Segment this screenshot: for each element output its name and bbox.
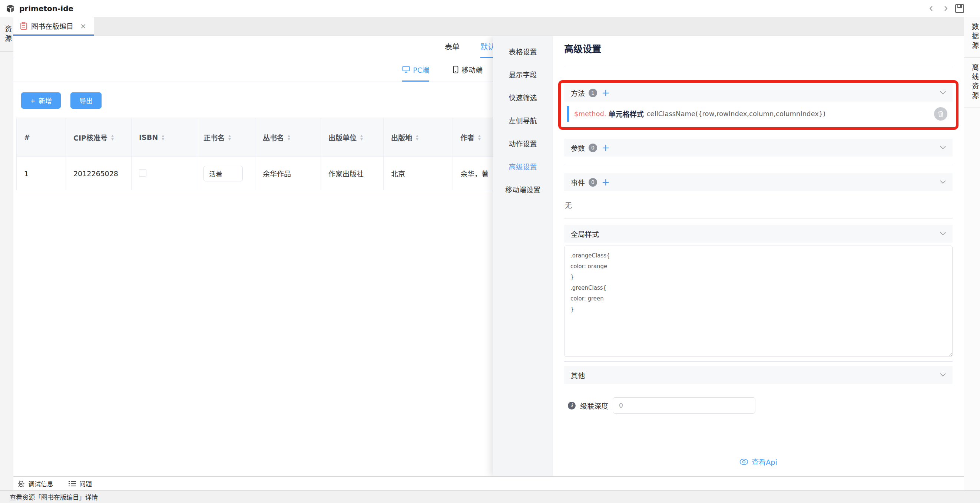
column-header-label: 丛书名 [263, 133, 284, 142]
table-row: 12012265028余华作品作家出版社北京余华，著 [17, 157, 546, 190]
column-header[interactable]: 出版地▲▼ [383, 118, 453, 157]
debug-info-button[interactable]: 调试信息 [17, 479, 53, 488]
divider [564, 361, 953, 362]
add-button[interactable]: + 新增 [21, 93, 61, 109]
settings-menu-item[interactable]: 显示字段 [493, 63, 553, 86]
cascade-depth-label: 级联深度 [580, 401, 608, 410]
table-header-row: #CIP核准号▲▼ISBN▲▼正书名▲▼丛书名▲▼出版单位▲▼出版地▲▼作者▲▼ [17, 118, 546, 157]
cascade-depth-input[interactable] [612, 397, 756, 414]
other-header: 其他 [564, 366, 953, 384]
methods-label: 方法 [571, 88, 585, 98]
rail-tab-resources[interactable]: 资源 [0, 17, 13, 51]
row-checkbox[interactable] [139, 169, 146, 177]
settings-menu-item[interactable]: 高级设置 [493, 155, 553, 178]
status-text: 查看资源「图书在版编目」详情 [10, 492, 98, 501]
cell-input[interactable] [204, 166, 243, 181]
title-bar: primeton-ide [0, 0, 980, 17]
view-api-link[interactable]: 查看Api [740, 457, 777, 467]
events-label: 事件 [571, 177, 585, 187]
column-header-label: CIP核准号 [73, 133, 108, 142]
settings-menu-item[interactable]: 移动端设置 [493, 178, 553, 201]
table-cell [132, 157, 196, 190]
settings-menu: 表格设置显示字段快速筛选左侧导航动作设置高级设置移动端设置 [493, 36, 553, 476]
tab-mobile-label: 移动端 [461, 65, 483, 75]
chevron-down-icon[interactable] [940, 232, 946, 236]
eye-icon [740, 458, 748, 465]
document-tab-title: 图书在版编目 [31, 21, 73, 31]
method-row-accent [567, 106, 569, 122]
rail-tab[interactable]: 离线资源 [964, 58, 980, 108]
events-count-badge: 0 [589, 178, 597, 187]
params-count-badge: 0 [589, 144, 597, 152]
sort-icon[interactable]: ▲▼ [228, 134, 231, 141]
sort-icon[interactable]: ▲▼ [288, 134, 290, 141]
plus-icon: + [30, 97, 36, 105]
column-header[interactable]: 丛书名▲▼ [255, 118, 321, 157]
settings-content: 高级设置 方法 1 + [553, 36, 964, 476]
divider [564, 165, 953, 165]
nav-back-icon[interactable] [926, 3, 937, 14]
add-event-button[interactable]: + [601, 177, 610, 187]
sort-icon[interactable]: ▲▼ [360, 134, 363, 141]
column-header-label: 出版地 [391, 133, 412, 142]
panel-title: 高级设置 [564, 42, 953, 55]
column-header[interactable]: 出版单位▲▼ [321, 118, 383, 157]
app-logo-icon [5, 3, 16, 14]
settings-menu-item[interactable]: 表格设置 [493, 40, 553, 63]
tab-pc[interactable]: PC端 [402, 58, 429, 81]
cascade-depth-row: i 级联深度 [568, 397, 953, 414]
add-param-button[interactable]: + [601, 143, 610, 152]
settings-menu-item[interactable]: 快速筛选 [493, 86, 553, 109]
rail-tab[interactable]: 数据源 [964, 17, 980, 58]
debug-info-label: 调试信息 [28, 479, 53, 488]
tab-pc-label: PC端 [413, 65, 429, 75]
nav-forward-icon[interactable] [940, 3, 951, 14]
column-header-label: 正书名 [204, 133, 224, 142]
issues-button[interactable]: 问题 [68, 479, 92, 488]
export-button[interactable]: 导出 [70, 93, 102, 109]
delete-method-button[interactable] [934, 107, 947, 121]
tab-form[interactable]: 表单 [445, 36, 460, 58]
chevron-down-icon[interactable] [940, 91, 946, 94]
column-header[interactable]: CIP核准号▲▼ [66, 118, 132, 157]
settings-menu-item[interactable]: 动作设置 [493, 132, 553, 155]
sort-icon[interactable]: ▲▼ [111, 134, 114, 141]
document-tab-bar: 图书在版编目 × [13, 17, 964, 36]
add-method-button[interactable]: + [601, 88, 610, 97]
column-header[interactable]: 正书名▲▼ [196, 118, 255, 157]
bug-icon [17, 480, 25, 488]
trash-icon [938, 110, 944, 117]
methods-section: 方法 1 + $method. 单元格 [564, 84, 953, 126]
chevron-down-icon[interactable] [940, 180, 946, 184]
app-window: primeton-ide 资源 [0, 0, 980, 503]
global-style-header: 全局样式 [564, 225, 953, 243]
sort-icon[interactable]: ▲▼ [478, 134, 481, 141]
save-icon[interactable] [954, 3, 965, 14]
issues-label: 问题 [79, 479, 92, 488]
settings-menu-item[interactable]: 左侧导航 [493, 109, 553, 132]
table-cell: 1 [17, 157, 66, 190]
column-header-label: 作者 [460, 133, 474, 142]
column-header[interactable]: ISBN▲▼ [132, 118, 196, 157]
params-header: 参数 0 + [564, 139, 953, 156]
export-button-label: 导出 [79, 96, 93, 105]
sort-icon[interactable]: ▲▼ [162, 134, 164, 141]
table-cell: 北京 [383, 157, 453, 190]
monitor-icon [402, 65, 410, 73]
chevron-down-icon[interactable] [940, 146, 946, 150]
method-row[interactable]: $method. 单元格样式 cellClassName({row,rowInd… [564, 102, 953, 126]
document-tab[interactable]: 图书在版编目 × [13, 17, 94, 36]
global-style-textarea[interactable] [564, 246, 953, 357]
tab-mobile[interactable]: 移动端 [453, 58, 483, 81]
column-header-label: ISBN [139, 133, 158, 141]
divider [564, 67, 953, 67]
sort-icon[interactable]: ▲▼ [416, 134, 418, 141]
phone-icon [453, 65, 458, 73]
chevron-down-icon[interactable] [940, 373, 946, 377]
right-rail: 数据源离线资源 [964, 17, 980, 490]
document-icon [20, 22, 27, 30]
column-header-label: # [24, 133, 30, 141]
center-column: 图书在版编目 × 表单 默认视图 [13, 17, 964, 490]
close-tab-icon[interactable]: × [80, 22, 86, 30]
workspace: 表单 默认视图 PC端 [13, 36, 964, 476]
